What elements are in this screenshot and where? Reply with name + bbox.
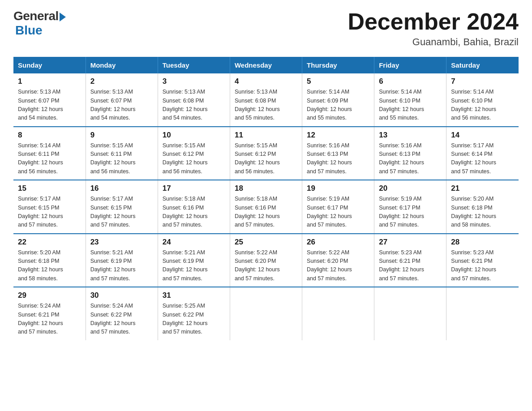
calendar-week-row: 22Sunrise: 5:20 AM Sunset: 6:18 PM Dayli…	[13, 234, 519, 287]
calendar-cell: 16Sunrise: 5:17 AM Sunset: 6:15 PM Dayli…	[86, 180, 158, 234]
day-info: Sunrise: 5:19 AM Sunset: 6:17 PM Dayligh…	[379, 195, 442, 230]
calendar-cell: 17Sunrise: 5:18 AM Sunset: 6:16 PM Dayli…	[158, 180, 230, 234]
logo-general-text: General	[13, 9, 59, 23]
calendar-cell: 19Sunrise: 5:19 AM Sunset: 6:17 PM Dayli…	[302, 180, 374, 234]
calendar-cell: 9Sunrise: 5:15 AM Sunset: 6:11 PM Daylig…	[86, 127, 158, 180]
calendar-cell: 10Sunrise: 5:15 AM Sunset: 6:12 PM Dayli…	[158, 127, 230, 180]
day-info: Sunrise: 5:13 AM Sunset: 6:07 PM Dayligh…	[18, 88, 81, 123]
calendar-cell: 6Sunrise: 5:14 AM Sunset: 6:10 PM Daylig…	[374, 73, 446, 127]
day-number: 8	[18, 131, 81, 140]
day-info: Sunrise: 5:15 AM Sunset: 6:11 PM Dayligh…	[90, 141, 153, 176]
calendar-cell: 15Sunrise: 5:17 AM Sunset: 6:15 PM Dayli…	[13, 180, 86, 234]
calendar-cell: 18Sunrise: 5:18 AM Sunset: 6:16 PM Dayli…	[230, 180, 302, 234]
day-info: Sunrise: 5:21 AM Sunset: 6:19 PM Dayligh…	[163, 248, 225, 283]
month-title: December 2024	[348, 9, 519, 34]
day-info: Sunrise: 5:20 AM Sunset: 6:18 PM Dayligh…	[451, 195, 514, 230]
calendar-cell: 28Sunrise: 5:23 AM Sunset: 6:21 PM Dayli…	[446, 234, 519, 287]
calendar-cell: 2Sunrise: 5:13 AM Sunset: 6:07 PM Daylig…	[86, 73, 158, 127]
title-block: December 2024 Guanambi, Bahia, Brazil	[348, 9, 519, 48]
calendar-cell: 31Sunrise: 5:25 AM Sunset: 6:22 PM Dayli…	[158, 287, 230, 340]
calendar-cell: 8Sunrise: 5:14 AM Sunset: 6:11 PM Daylig…	[13, 127, 86, 180]
day-number: 24	[163, 238, 225, 247]
day-number: 23	[90, 238, 153, 247]
day-number: 3	[163, 77, 225, 86]
day-number: 31	[163, 291, 225, 300]
calendar-cell: 3Sunrise: 5:13 AM Sunset: 6:08 PM Daylig…	[158, 73, 230, 127]
day-number: 13	[379, 131, 442, 140]
day-number: 27	[379, 238, 442, 247]
day-header-saturday: Saturday	[446, 57, 519, 73]
calendar-cell: 24Sunrise: 5:21 AM Sunset: 6:19 PM Dayli…	[158, 234, 230, 287]
day-info: Sunrise: 5:18 AM Sunset: 6:16 PM Dayligh…	[163, 195, 225, 230]
day-info: Sunrise: 5:18 AM Sunset: 6:16 PM Dayligh…	[235, 195, 297, 230]
calendar-week-row: 8Sunrise: 5:14 AM Sunset: 6:11 PM Daylig…	[13, 127, 519, 180]
day-info: Sunrise: 5:25 AM Sunset: 6:22 PM Dayligh…	[163, 302, 225, 337]
calendar-table: SundayMondayTuesdayWednesdayThursdayFrid…	[13, 57, 519, 340]
day-info: Sunrise: 5:14 AM Sunset: 6:09 PM Dayligh…	[307, 88, 369, 123]
day-info: Sunrise: 5:13 AM Sunset: 6:07 PM Dayligh…	[90, 88, 153, 123]
page-header: General Blue December 2024 Guanambi, Bah…	[13, 9, 519, 48]
day-info: Sunrise: 5:19 AM Sunset: 6:17 PM Dayligh…	[307, 195, 369, 230]
day-header-friday: Friday	[374, 57, 446, 73]
calendar-cell: 26Sunrise: 5:22 AM Sunset: 6:20 PM Dayli…	[302, 234, 374, 287]
day-info: Sunrise: 5:16 AM Sunset: 6:13 PM Dayligh…	[307, 141, 369, 176]
calendar-cell	[374, 287, 446, 340]
day-number: 20	[379, 184, 442, 193]
day-number: 18	[235, 184, 297, 193]
day-header-tuesday: Tuesday	[158, 57, 230, 73]
location-subtitle: Guanambi, Bahia, Brazil	[348, 36, 519, 48]
calendar-week-row: 15Sunrise: 5:17 AM Sunset: 6:15 PM Dayli…	[13, 180, 519, 234]
day-number: 25	[235, 238, 297, 247]
calendar-week-row: 1Sunrise: 5:13 AM Sunset: 6:07 PM Daylig…	[13, 73, 519, 127]
day-number: 1	[18, 77, 81, 86]
calendar-header-row: SundayMondayTuesdayWednesdayThursdayFrid…	[13, 57, 519, 73]
day-info: Sunrise: 5:21 AM Sunset: 6:19 PM Dayligh…	[90, 248, 153, 283]
day-number: 5	[307, 77, 369, 86]
day-number: 9	[90, 131, 153, 140]
day-number: 11	[235, 131, 297, 140]
calendar-cell: 29Sunrise: 5:24 AM Sunset: 6:21 PM Dayli…	[13, 287, 86, 340]
day-info: Sunrise: 5:13 AM Sunset: 6:08 PM Dayligh…	[235, 88, 297, 123]
calendar-cell: 1Sunrise: 5:13 AM Sunset: 6:07 PM Daylig…	[13, 73, 86, 127]
calendar-cell: 7Sunrise: 5:14 AM Sunset: 6:10 PM Daylig…	[446, 73, 519, 127]
day-number: 2	[90, 77, 153, 86]
day-info: Sunrise: 5:17 AM Sunset: 6:15 PM Dayligh…	[18, 195, 81, 230]
calendar-cell: 20Sunrise: 5:19 AM Sunset: 6:17 PM Dayli…	[374, 180, 446, 234]
calendar-cell: 21Sunrise: 5:20 AM Sunset: 6:18 PM Dayli…	[446, 180, 519, 234]
day-header-wednesday: Wednesday	[230, 57, 302, 73]
day-info: Sunrise: 5:20 AM Sunset: 6:18 PM Dayligh…	[18, 248, 81, 283]
calendar-cell	[302, 287, 374, 340]
day-info: Sunrise: 5:14 AM Sunset: 6:10 PM Dayligh…	[451, 88, 514, 123]
calendar-cell: 12Sunrise: 5:16 AM Sunset: 6:13 PM Dayli…	[302, 127, 374, 180]
calendar-cell: 22Sunrise: 5:20 AM Sunset: 6:18 PM Dayli…	[13, 234, 86, 287]
calendar-cell	[446, 287, 519, 340]
day-info: Sunrise: 5:22 AM Sunset: 6:20 PM Dayligh…	[307, 248, 369, 283]
day-header-sunday: Sunday	[13, 57, 86, 73]
calendar-cell: 14Sunrise: 5:17 AM Sunset: 6:14 PM Dayli…	[446, 127, 519, 180]
logo: General Blue	[13, 9, 66, 38]
day-number: 7	[451, 77, 514, 86]
day-number: 19	[307, 184, 369, 193]
day-number: 29	[18, 291, 81, 300]
day-number: 6	[379, 77, 442, 86]
calendar-week-row: 29Sunrise: 5:24 AM Sunset: 6:21 PM Dayli…	[13, 287, 519, 340]
day-number: 30	[90, 291, 153, 300]
day-info: Sunrise: 5:24 AM Sunset: 6:22 PM Dayligh…	[90, 302, 153, 337]
day-info: Sunrise: 5:23 AM Sunset: 6:21 PM Dayligh…	[451, 248, 514, 283]
day-number: 28	[451, 238, 514, 247]
day-info: Sunrise: 5:17 AM Sunset: 6:14 PM Dayligh…	[451, 141, 514, 176]
day-info: Sunrise: 5:13 AM Sunset: 6:08 PM Dayligh…	[163, 88, 225, 123]
day-info: Sunrise: 5:22 AM Sunset: 6:20 PM Dayligh…	[235, 248, 297, 283]
day-header-monday: Monday	[86, 57, 158, 73]
day-info: Sunrise: 5:14 AM Sunset: 6:11 PM Dayligh…	[18, 141, 81, 176]
calendar-cell: 30Sunrise: 5:24 AM Sunset: 6:22 PM Dayli…	[86, 287, 158, 340]
day-number: 14	[451, 131, 514, 140]
day-info: Sunrise: 5:14 AM Sunset: 6:10 PM Dayligh…	[379, 88, 442, 123]
calendar-cell: 25Sunrise: 5:22 AM Sunset: 6:20 PM Dayli…	[230, 234, 302, 287]
calendar-cell	[230, 287, 302, 340]
logo-arrow-icon	[60, 13, 66, 21]
calendar-cell: 13Sunrise: 5:16 AM Sunset: 6:13 PM Dayli…	[374, 127, 446, 180]
day-number: 4	[235, 77, 297, 86]
day-info: Sunrise: 5:16 AM Sunset: 6:13 PM Dayligh…	[379, 141, 442, 176]
day-header-thursday: Thursday	[302, 57, 374, 73]
